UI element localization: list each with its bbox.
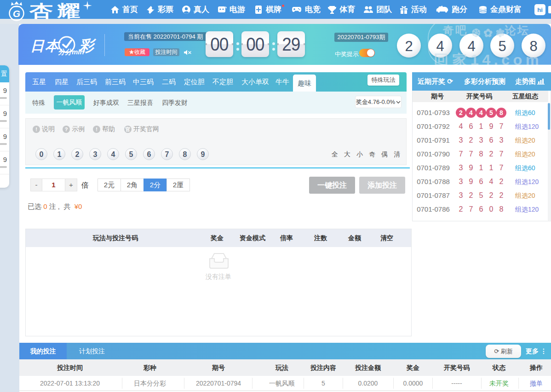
svg-text:G: G	[13, 8, 20, 19]
svg-text:hi: hi	[537, 6, 543, 13]
